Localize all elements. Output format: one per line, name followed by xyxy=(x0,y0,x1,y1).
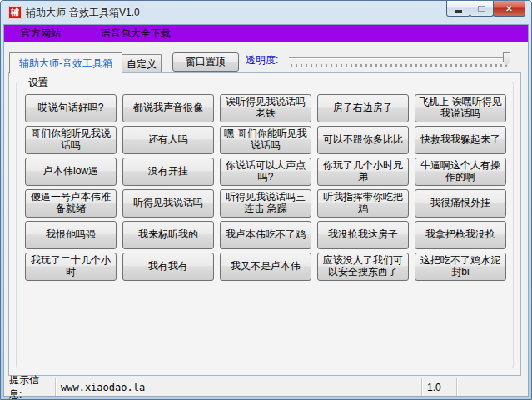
sound-button[interactable]: 我拿把枪我没抢 xyxy=(415,221,506,249)
maximize-button[interactable] xyxy=(470,1,494,17)
tab-custom[interactable]: 自定义 xyxy=(122,54,162,73)
slider-track xyxy=(289,58,510,59)
window-title: 辅助大师-音效工具箱V1.0 xyxy=(26,6,140,20)
window-topmost-button[interactable]: 窗口置顶 xyxy=(172,52,239,72)
tab-panel: 设置 哎说句话好吗?都说我声音很像诶听得见我说话吗老铁房子右边房子飞机上 诶嘿听… xyxy=(8,72,521,376)
menubar: 官方网站 语音包大全下载 xyxy=(4,25,528,42)
sound-button[interactable]: 听我指挥带你吃把鸡 xyxy=(317,189,409,218)
minimize-icon xyxy=(455,10,462,12)
sound-button[interactable]: 听得见我说话吗 xyxy=(122,189,214,218)
minimize-button[interactable] xyxy=(446,1,470,17)
slider-ticks xyxy=(291,64,509,67)
opacity-slider[interactable] xyxy=(289,52,510,72)
sound-button[interactable]: 你说话可以大声点吗? xyxy=(220,158,311,186)
sound-button[interactable]: 我很痛恨外挂 xyxy=(415,189,506,218)
sound-button[interactable]: 嘿 哥们你能听见我说话吗 xyxy=(220,126,311,154)
status-label: 提示信息: xyxy=(4,378,56,396)
sound-button[interactable]: 还有人吗 xyxy=(122,126,214,154)
app-icon: 辅 xyxy=(8,6,22,19)
sound-button[interactable]: 哎说句话好吗? xyxy=(25,94,117,122)
sound-button[interactable]: 都说我声音很像 xyxy=(122,94,214,122)
close-button[interactable]: ✕ xyxy=(493,1,525,17)
status-version: 1.0 xyxy=(422,378,457,396)
sound-button[interactable]: 我又不是卢本伟 xyxy=(220,252,311,281)
sound-button[interactable]: 没有开挂 xyxy=(122,158,214,186)
sound-button[interactable]: 我来标听我的 xyxy=(122,221,214,249)
menu-item-voicepack-download[interactable]: 语音包大全下载 xyxy=(92,25,179,42)
sound-button[interactable]: 傻逼一号卢本伟准备就绪 xyxy=(25,189,117,218)
status-url: www.xiaodao.la xyxy=(56,378,422,396)
statusbar: 提示信息: www.xiaodao.la 1.0 xyxy=(4,378,528,396)
sound-button[interactable]: 应该没人了我们可以安全搜东西了 xyxy=(317,252,409,281)
status-fill xyxy=(457,378,528,396)
close-icon: ✕ xyxy=(505,4,512,13)
sound-button[interactable]: 诶听得见我说话吗老铁 xyxy=(220,94,311,122)
groupbox-title: 设置 xyxy=(25,76,52,90)
sound-button[interactable]: 我卢本伟吃不了鸡 xyxy=(220,221,311,249)
sound-button[interactable]: 哥们你能听见我说话吗 xyxy=(25,126,117,154)
client-area: 官方网站 语音包大全下载 辅助大师-音效工具箱 自定义 窗口置顶 透明度: 设置… xyxy=(3,24,529,397)
tab-sound-toolbox[interactable]: 辅助大师-音效工具箱 xyxy=(9,52,122,73)
sound-button[interactable]: 我恨他吗强 xyxy=(25,221,117,249)
maximize-icon xyxy=(478,6,485,12)
menu-item-official-site[interactable]: 官方网站 xyxy=(12,25,69,42)
sound-button[interactable]: 听得见我说话吗三连击 急躁 xyxy=(220,189,311,218)
tab-strip: 辅助大师-音效工具箱 自定义 窗口置顶 透明度: xyxy=(4,50,528,73)
sound-button[interactable]: 牛逼啊这个人有操作的啊 xyxy=(415,158,506,186)
sound-button-grid: 哎说句话好吗?都说我声音很像诶听得见我说话吗老铁房子右边房子飞机上 诶嘿听得见我… xyxy=(25,94,513,281)
sound-button[interactable]: 我玩了二十几个小时 xyxy=(25,252,117,281)
opacity-label: 透明度: xyxy=(246,53,278,68)
settings-groupbox: 设置 哎说句话好吗?都说我声音很像诶听得见我说话吗老铁房子右边房子飞机上 诶嘿听… xyxy=(16,82,514,368)
app-window: 辅 辅助大师-音效工具箱V1.0 ✕ 官方网站 语音包大全下载 辅助大师-音效工… xyxy=(0,0,532,400)
window-controls: ✕ xyxy=(447,1,525,17)
sound-button[interactable]: 卢本伟low逼 xyxy=(25,158,117,186)
sound-button[interactable]: 你玩了几个小时兄弟 xyxy=(317,158,409,186)
sound-button[interactable]: 我没抢我这房子 xyxy=(317,221,409,249)
sound-button[interactable]: 我有我有 xyxy=(122,252,214,281)
sound-button[interactable]: 可以不跟你多比比 xyxy=(317,126,409,154)
sound-button[interactable]: 这把吃不了鸡水泥封bi xyxy=(415,252,506,281)
sound-button[interactable]: 房子右边房子 xyxy=(317,94,409,122)
sound-button[interactable]: 快救我我躲起来了 xyxy=(415,126,506,154)
sound-button[interactable]: 飞机上 诶嘿听得见我说话吗 xyxy=(415,94,506,122)
